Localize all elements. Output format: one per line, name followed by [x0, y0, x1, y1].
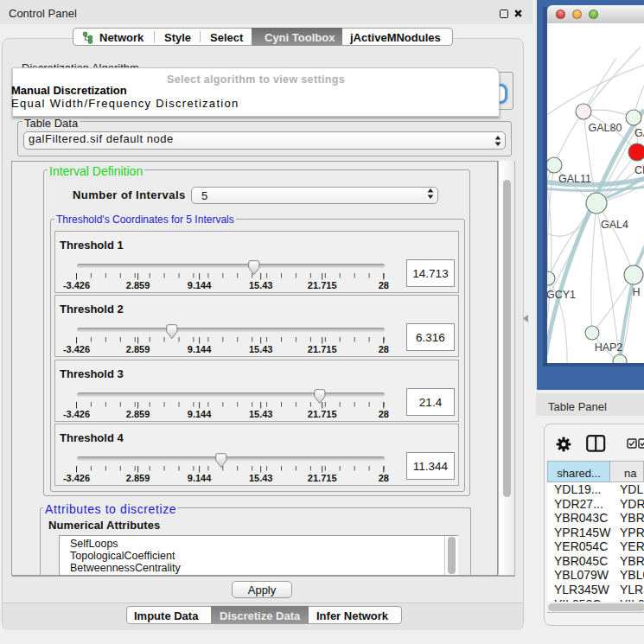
- svg-text:HAP2: HAP2: [595, 341, 623, 354]
- svg-text:GAL11: GAL11: [558, 173, 591, 185]
- svg-text:GCY1: GCY1: [547, 289, 576, 301]
- svg-text:GAL4: GAL4: [601, 219, 628, 231]
- svg-text:GAL80: GAL80: [589, 122, 622, 134]
- svg-text:GA: GA: [634, 127, 644, 139]
- svg-text:CD: CD: [634, 164, 644, 176]
- svg-text:H: H: [632, 286, 640, 298]
